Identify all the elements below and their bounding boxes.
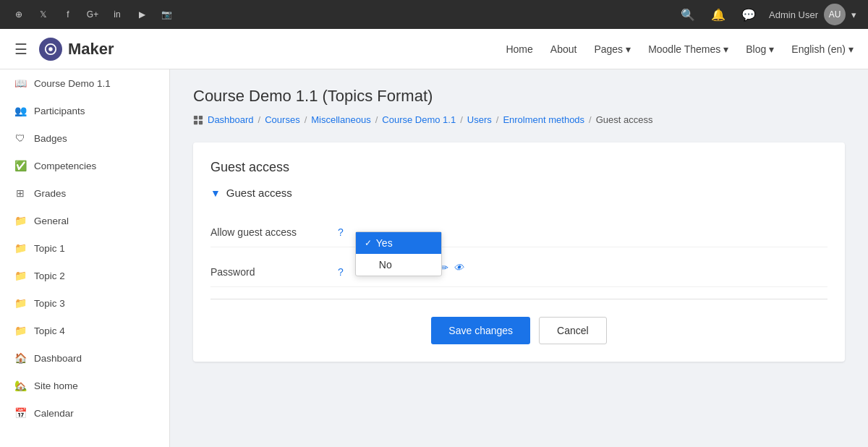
social-icons: ⊕ 𝕏 f G+ in ▶ 📷 xyxy=(12,7,174,22)
twitter-icon[interactable]: 𝕏 xyxy=(36,7,51,22)
social-bar: ⊕ 𝕏 f G+ in ▶ 📷 🔍 🔔 💬 Admin User AU ▾ xyxy=(0,0,868,29)
option-yes-label: Yes xyxy=(376,237,393,249)
main-content: Course Demo 1.1 (Topics Format) Dashboar… xyxy=(170,69,868,447)
sidebar-item-participants[interactable]: 👥 Participants xyxy=(0,97,169,124)
breadcrumb-enrolment-methods[interactable]: Enrolment methods xyxy=(503,114,584,125)
avatar: AU xyxy=(824,4,846,25)
google-plus-icon[interactable]: G+ xyxy=(85,7,100,22)
instagram-icon[interactable]: 📷 xyxy=(159,7,174,22)
sidebar-item-general[interactable]: 📁 General xyxy=(0,207,169,234)
brand-logo xyxy=(39,38,62,61)
topbar-right: 🔍 🔔 💬 Admin User AU ▾ xyxy=(678,4,856,25)
dashboard-icon: 🏠 xyxy=(14,352,27,365)
brand[interactable]: Maker xyxy=(39,38,114,61)
bell-icon[interactable]: 🔔 xyxy=(708,5,728,25)
breadcrumb-miscellaneous[interactable]: Miscellaneous xyxy=(311,114,370,125)
sidebar-label-course: Course Demo 1.1 xyxy=(34,78,111,89)
youtube-icon[interactable]: ▶ xyxy=(135,7,149,22)
nav-language[interactable]: English (en) ▾ xyxy=(791,43,854,55)
option-yes[interactable]: ✓ Yes xyxy=(356,232,441,254)
section-header[interactable]: ▼ Guest access xyxy=(210,187,827,199)
linkedin-icon[interactable]: in xyxy=(110,7,124,22)
search-icon[interactable]: 🔍 xyxy=(678,5,698,25)
option-no[interactable]: No xyxy=(356,254,441,276)
user-chevron-icon: ▾ xyxy=(851,9,856,20)
allow-guest-help-icon[interactable]: ? xyxy=(338,226,344,238)
calendar-icon: 📅 xyxy=(14,406,27,420)
sidebar-item-course[interactable]: 📖 Course Demo 1.1 xyxy=(0,69,169,97)
sidebar-label-general: General xyxy=(34,216,69,226)
home-icon: 🏡 xyxy=(14,379,27,392)
nav-about[interactable]: About xyxy=(550,43,577,55)
allow-guest-control: ✓ Yes No xyxy=(355,222,827,234)
folder-general-icon: 📁 xyxy=(14,214,27,227)
nav-home[interactable]: Home xyxy=(506,43,532,55)
sidebar-label-topic2: Topic 2 xyxy=(34,271,65,281)
hamburger-menu[interactable]: ☰ xyxy=(14,41,27,58)
password-row: Password ? Click to enter text ✏ 👁 xyxy=(210,253,827,287)
breadcrumb-users[interactable]: Users xyxy=(467,114,492,125)
breadcrumb-guest-access: Guest access xyxy=(596,114,653,125)
folder-topic3-icon: 📁 xyxy=(14,297,27,310)
page-title: Course Demo 1.1 (Topics Format) xyxy=(193,87,845,106)
breadcrumb: Dashboard / Courses / Miscellaneous / Co… xyxy=(193,114,845,125)
svg-rect-4 xyxy=(194,120,197,124)
nav-blog[interactable]: Blog ▾ xyxy=(746,43,774,55)
nav-moodle-themes[interactable]: Moodle Themes ▾ xyxy=(648,43,728,55)
folder-topic2-icon: 📁 xyxy=(14,269,27,282)
user-name: Admin User xyxy=(769,9,818,20)
sidebar-label-competencies: Competencies xyxy=(34,161,96,171)
card-title: Guest access xyxy=(210,160,827,175)
sidebar-label-dashboard: Dashboard xyxy=(34,353,82,364)
check-icon: ✓ xyxy=(365,238,372,248)
lang-chevron-icon: ▾ xyxy=(848,43,854,55)
allow-guest-label: Allow guest access xyxy=(210,222,326,238)
breadcrumb-course-demo[interactable]: Course Demo 1.1 xyxy=(382,114,456,125)
app-layout: 📖 Course Demo 1.1 👥 Participants 🛡 Badge… xyxy=(0,69,868,447)
svg-rect-3 xyxy=(199,115,203,119)
chat-icon[interactable]: 💬 xyxy=(739,5,759,25)
password-label: Password xyxy=(210,262,326,278)
guest-access-card: Guest access ▼ Guest access Allow guest … xyxy=(193,142,845,362)
folder-topic1-icon: 📁 xyxy=(14,242,27,255)
sidebar-item-dashboard[interactable]: 🏠 Dashboard xyxy=(0,344,169,372)
facebook-icon[interactable]: f xyxy=(61,7,75,22)
sidebar-item-topic2[interactable]: 📁 Topic 2 xyxy=(0,262,169,289)
section-title: Guest access xyxy=(226,187,292,199)
eye-icon[interactable]: 👁 xyxy=(454,262,464,273)
folder-topic4-icon: 📁 xyxy=(14,324,27,337)
sidebar: 📖 Course Demo 1.1 👥 Participants 🛡 Badge… xyxy=(0,69,170,447)
svg-point-1 xyxy=(48,47,52,51)
sidebar-label-participants: Participants xyxy=(34,106,85,116)
grid-icon: ⊞ xyxy=(14,187,27,200)
dropdown-menu: ✓ Yes No xyxy=(355,231,442,276)
globe-icon[interactable]: ⊕ xyxy=(12,7,26,22)
collapse-arrow-icon: ▼ xyxy=(210,187,221,199)
sidebar-item-topic1[interactable]: 📁 Topic 1 xyxy=(0,234,169,262)
main-nav: ☰ Maker Home About Pages ▾ Moodle Themes… xyxy=(0,29,868,69)
sidebar-item-topic3[interactable]: 📁 Topic 3 xyxy=(0,289,169,317)
sidebar-item-calendar[interactable]: 📅 Calendar xyxy=(0,399,169,427)
sidebar-label-site-home: Site home xyxy=(34,380,78,391)
breadcrumb-courses[interactable]: Courses xyxy=(265,114,299,125)
sidebar-item-site-home[interactable]: 🏡 Site home xyxy=(0,372,169,399)
sidebar-label-grades: Grades xyxy=(34,188,66,199)
sidebar-item-topic4[interactable]: 📁 Topic 4 xyxy=(0,317,169,344)
sidebar-item-grades[interactable]: ⊞ Grades xyxy=(0,179,169,207)
sidebar-label-topic4: Topic 4 xyxy=(34,325,65,336)
sidebar-item-badges[interactable]: 🛡 Badges xyxy=(0,124,169,152)
form-actions: Save changes Cancel xyxy=(210,317,827,344)
shield-icon: 🛡 xyxy=(14,132,27,145)
breadcrumb-dashboard[interactable]: Dashboard xyxy=(208,114,254,125)
sidebar-item-competencies[interactable]: ✅ Competencies xyxy=(0,152,169,179)
cancel-button[interactable]: Cancel xyxy=(539,317,607,344)
nav-pages[interactable]: Pages ▾ xyxy=(594,43,631,55)
svg-rect-2 xyxy=(194,115,197,119)
save-button[interactable]: Save changes xyxy=(431,317,530,344)
check-square-icon: ✅ xyxy=(14,159,27,172)
users-icon: 👥 xyxy=(14,104,27,117)
pages-chevron-icon: ▾ xyxy=(626,43,631,55)
user-menu[interactable]: Admin User AU ▾ xyxy=(769,4,856,25)
password-help-icon[interactable]: ? xyxy=(338,266,344,278)
sidebar-label-topic3: Topic 3 xyxy=(34,298,65,309)
